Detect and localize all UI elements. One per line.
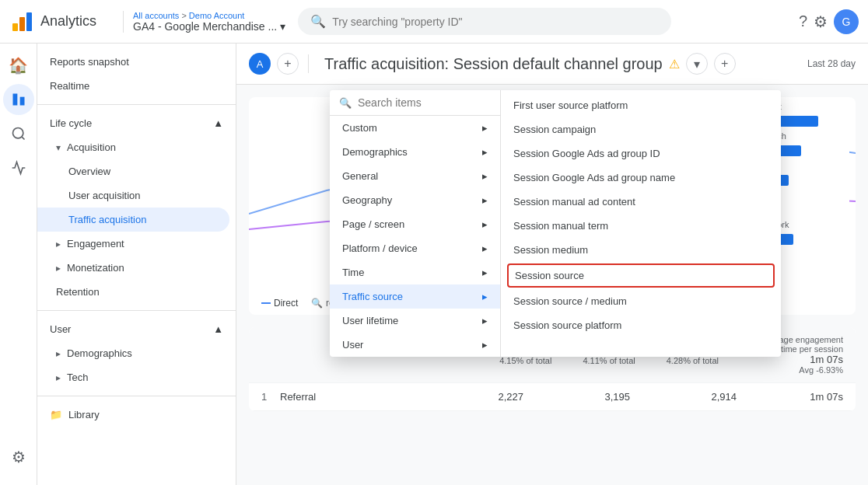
dropdown-search-icon: 🔍 — [339, 97, 352, 109]
nav-acquisition[interactable]: ▾ Acquisition — [37, 135, 229, 159]
dropdown-search-input[interactable] — [358, 96, 491, 109]
arrow-right-icon-general: ▸ — [482, 170, 488, 182]
date-range-label: Last 28 day — [807, 58, 856, 69]
report-header: A + Traffic acquisition: Session default… — [236, 44, 868, 85]
dropdown-item-platform-device[interactable]: Platform / device ▸ — [330, 236, 500, 260]
nav-engagement[interactable]: ▸ Engagement — [37, 232, 229, 256]
dropdown-right-session-manual-term[interactable]: Session manual term — [501, 214, 781, 238]
nav-divider-3 — [37, 396, 236, 396]
dropdown-search-bar[interactable]: 🔍 — [330, 90, 500, 116]
nav-realtime-label: Realtime — [50, 80, 89, 92]
report-options-button[interactable]: ▾ — [686, 53, 708, 75]
dropdown-item-page-screen[interactable]: Page / screen ▸ — [330, 212, 500, 236]
topbar: Analytics All accounts > Demo Account GA… — [0, 0, 868, 44]
all-accounts-link[interactable]: All accounts — [133, 11, 179, 20]
total-col4-sub: Avg -6.93% — [750, 365, 843, 375]
dropdown-item-custom[interactable]: Custom ▸ — [330, 116, 500, 140]
nav-tech[interactable]: ▸ Tech — [37, 365, 229, 389]
nav-realtime[interactable]: Realtime — [37, 74, 229, 98]
arrow-right-icon-platform: ▸ — [482, 242, 488, 254]
arrow-right-icon-demographics: ▸ — [482, 146, 488, 158]
search-bar[interactable]: 🔍 — [298, 8, 671, 35]
main-layout: 🏠 ⚙ Reports snapshot Realtime Life cycle… — [0, 44, 868, 485]
sidebar-icon-explore[interactable] — [3, 118, 34, 149]
nav-reports-snapshot[interactable]: Reports snapshot — [37, 50, 229, 74]
nav-lifecycle-header[interactable]: Life cycle ▲ — [37, 111, 236, 135]
nav-library[interactable]: 📁 Library — [37, 403, 236, 427]
nav-demographics[interactable]: ▸ Demographics — [37, 341, 229, 365]
chart-legend: Direct — [261, 298, 298, 309]
demo-account-link[interactable]: Demo Account — [189, 11, 245, 20]
nav-traffic-acquisition-label: Traffic acquisition — [68, 214, 146, 225]
nav-overview[interactable]: Overview — [37, 159, 229, 183]
dropdown-right-session-ads-group-name[interactable]: Session Google Ads ad group name — [501, 166, 781, 190]
nav-retention-label: Retention — [56, 286, 100, 298]
filter-search-icon: 🔍 — [311, 298, 323, 309]
nav-overview-label: Overview — [68, 166, 110, 177]
help-icon[interactable]: ? — [799, 12, 807, 30]
dropdown-item-time[interactable]: Time ▸ — [330, 260, 500, 284]
arrow-right-icon: ▸ — [56, 239, 61, 249]
sidebar-icon-reports[interactable] — [3, 84, 34, 115]
dropdown-left-panel: 🔍 Custom ▸ Demographics ▸ General — [330, 90, 501, 357]
nav-user-acquisition[interactable]: User acquisition — [37, 183, 229, 208]
nav-divider-1 — [37, 104, 236, 105]
dropdown-item-user[interactable]: User ▸ — [330, 333, 500, 357]
arrow-right-icon-2: ▸ — [56, 263, 61, 274]
svg-rect-4 — [19, 97, 24, 106]
dropdown-left-items: Custom ▸ Demographics ▸ General ▸ Geogra… — [330, 116, 500, 357]
arrow-right-icon-geography: ▸ — [482, 194, 488, 206]
nav-monetization[interactable]: ▸ Monetization — [37, 256, 229, 280]
add-comparison-button[interactable]: + — [277, 53, 299, 75]
nav-retention[interactable]: Retention — [37, 280, 229, 304]
row-col2: 3,195 — [568, 391, 630, 403]
dropdown-right-session-ads-group-id[interactable]: Session Google Ads ad group ID — [501, 141, 781, 166]
arrow-right-icon-time: ▸ — [482, 267, 488, 278]
nav-user-header[interactable]: User ▲ — [37, 317, 236, 341]
sidebar-icon-advertising[interactable] — [3, 152, 34, 183]
dropdown-right-session-medium[interactable]: Session medium — [501, 238, 781, 262]
total-col1-sub: 4.15% of total — [499, 356, 551, 365]
nav-traffic-acquisition[interactable]: Traffic acquisition — [37, 208, 229, 232]
account-name: GA4 - Google Merchandise ... — [133, 20, 277, 33]
svg-rect-2 — [26, 12, 32, 31]
nav-reports-snapshot-label: Reports snapshot — [50, 56, 129, 68]
dropdown-right-first-user-source[interactable]: First user source platform — [501, 93, 781, 117]
warning-icon: ⚠ — [669, 57, 680, 72]
library-icon: 📁 — [50, 409, 62, 420]
row-name-cell: 1 Referral — [261, 391, 417, 403]
arrow-right-icon-4: ▸ — [56, 372, 61, 383]
dropdown-item-user-lifetime[interactable]: User lifetime ▸ — [330, 309, 500, 333]
dropdown-item-traffic-source[interactable]: Traffic source ▸ — [330, 284, 500, 309]
account-selector[interactable]: GA4 - Google Merchandise ... ▾ — [133, 20, 285, 33]
account-breadcrumb: All accounts > Demo Account — [133, 11, 285, 20]
sidebar-icon-home[interactable]: 🏠 — [3, 50, 34, 81]
settings-icon[interactable]: ⚙ — [814, 12, 828, 31]
dropdown-right-session-source-medium[interactable]: Session source / medium — [501, 289, 781, 313]
arrow-right-icon-user: ▸ — [482, 339, 488, 351]
app-title: Analytics — [40, 13, 96, 30]
total-col2-sub: 4.11% of total — [583, 356, 635, 365]
arrow-down-icon: ▾ — [56, 142, 61, 153]
dropdown-right-session-manual-content[interactable]: Session manual ad content — [501, 190, 781, 214]
search-input[interactable] — [332, 16, 659, 28]
analytics-logo-icon — [9, 9, 34, 34]
icon-sidebar: 🏠 ⚙ — [0, 44, 37, 485]
svg-rect-0 — [12, 23, 18, 31]
dropdown-item-geography[interactable]: Geography ▸ — [330, 188, 500, 212]
dropdown-item-general[interactable]: General ▸ — [330, 164, 500, 188]
sidebar-icon-admin[interactable]: ⚙ — [3, 441, 34, 473]
arrow-right-icon-user-lifetime: ▸ — [482, 315, 488, 326]
dropdown-right-session-source[interactable]: Session source — [507, 263, 775, 288]
nav-library-label: Library — [68, 409, 100, 420]
arrow-right-icon-3: ▸ — [56, 348, 61, 359]
dropdown-right-panel: First user source platform Session campa… — [501, 90, 781, 357]
arrow-right-icon-page: ▸ — [482, 218, 488, 230]
nav-monetization-label: Monetization — [67, 262, 124, 274]
account-info: All accounts > Demo Account GA4 - Google… — [123, 11, 285, 33]
dropdown-item-demographics[interactable]: Demographics ▸ — [330, 140, 500, 164]
dropdown-right-session-campaign[interactable]: Session campaign — [501, 117, 781, 141]
avatar[interactable]: G — [834, 9, 859, 34]
dropdown-right-session-source-platform[interactable]: Session source platform — [501, 313, 781, 337]
add-report-button[interactable]: + — [714, 53, 736, 75]
